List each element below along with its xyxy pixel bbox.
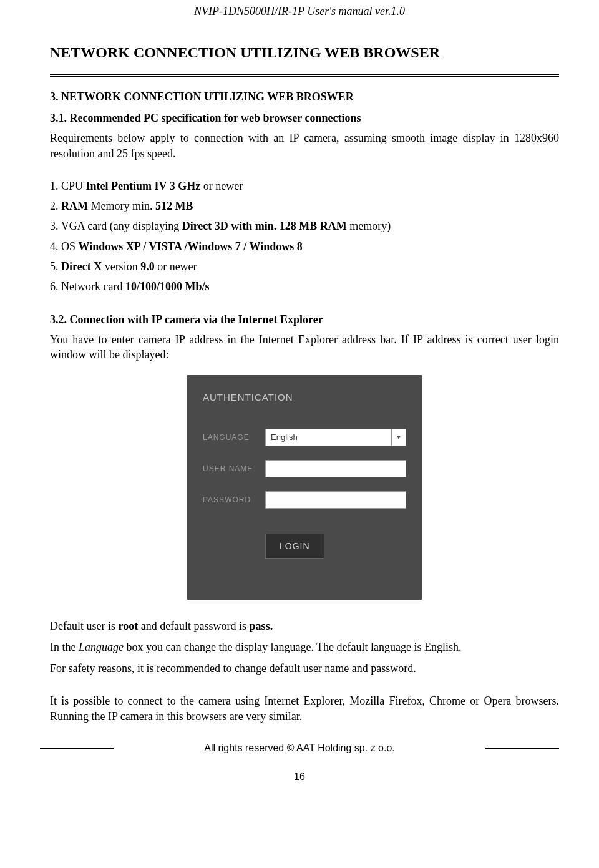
paragraph: For safety reasons, it is recommended to…	[50, 661, 559, 676]
spec-item: 3. VGA card (any displaying Direct 3D wi…	[50, 218, 559, 233]
paragraph: Requirements below apply to connection w…	[50, 130, 559, 161]
text-bold: RAM	[61, 200, 88, 212]
language-row: LANGUAGE English ▼	[203, 429, 406, 446]
text: Memory min.	[88, 200, 155, 212]
text: memory)	[347, 220, 391, 232]
text: 5.	[50, 260, 61, 273]
text-bold: 9.0	[140, 260, 155, 273]
paragraph: Default user is root and default passwor…	[50, 618, 559, 633]
username-label: USER NAME	[203, 464, 265, 474]
text: or newer	[200, 180, 243, 192]
spec-list: 1. CPU Intel Pentium IV 3 GHz or newer 2…	[50, 178, 559, 295]
chevron-down-icon: ▼	[391, 429, 406, 446]
text: In the	[50, 641, 79, 653]
auth-panel: AUTHENTICATION LANGUAGE English ▼ USER N…	[187, 375, 422, 600]
footer: All rights reserved © AAT Holding sp. z …	[0, 741, 599, 755]
document-header: NVIP-1DN5000H/IR-1P User's manual ver.1.…	[0, 0, 599, 27]
section-3-heading: 3. NETWORK CONNECTION UTILIZING WEB BROS…	[50, 89, 559, 104]
text: 6. Network card	[50, 280, 125, 293]
text: version	[102, 260, 140, 273]
text-bold: 512 MB	[155, 200, 193, 212]
language-value: English	[265, 429, 391, 446]
password-label: PASSWORD	[203, 495, 265, 505]
text-bold: root	[118, 620, 138, 632]
text-italic: Language	[79, 641, 124, 653]
text: and default password is	[138, 620, 249, 632]
username-row: USER NAME	[203, 460, 406, 477]
footer-text: All rights reserved © AAT Holding sp. z …	[153, 741, 446, 755]
text: 1. CPU	[50, 180, 86, 192]
text-bold: 10/100/1000 Mb/s	[125, 280, 210, 293]
paragraph: You have to enter camera IP address in t…	[50, 332, 559, 363]
section-3-2-heading: 3.2. Connection with IP camera via the I…	[50, 312, 559, 327]
language-label: LANGUAGE	[203, 432, 265, 442]
text-bold: Intel Pentium IV 3 GHz	[86, 180, 201, 192]
username-input[interactable]	[265, 460, 406, 477]
page-number: 16	[0, 770, 599, 784]
login-button[interactable]: LOGIN	[265, 534, 324, 559]
spec-item: 1. CPU Intel Pentium IV 3 GHz or newer	[50, 178, 559, 193]
paragraph: In the Language box you can change the d…	[50, 640, 559, 655]
language-select[interactable]: English ▼	[265, 429, 406, 446]
text-bold: Windows XP / VISTA /Windows 7 / Windows …	[79, 240, 303, 253]
spec-item: 5. Direct X version 9.0 or newer	[50, 259, 559, 274]
text: box you can change the display language.…	[124, 641, 462, 653]
text: 3. VGA card (any displaying	[50, 220, 182, 232]
text: 2.	[50, 200, 61, 212]
password-row: PASSWORD	[203, 491, 406, 509]
paragraph: It is possible to connect to the camera …	[50, 693, 559, 724]
text: Default user is	[50, 620, 118, 632]
text: 4. OS	[50, 240, 79, 253]
footer-rule	[40, 748, 114, 749]
footer-rule	[485, 748, 559, 749]
section-3-1-heading: 3.1. Recommended PC specification for we…	[50, 110, 559, 125]
password-input[interactable]	[265, 491, 406, 509]
spec-item: 4. OS Windows XP / VISTA /Windows 7 / Wi…	[50, 239, 559, 254]
text-bold: pass.	[250, 620, 273, 632]
text-bold: Direct X	[61, 260, 102, 273]
spec-item: 2. RAM Memory min. 512 MB	[50, 198, 559, 213]
page-title: NETWORK CONNECTION UTILIZING WEB BROWSER	[50, 42, 559, 62]
text-bold: Direct 3D with min. 128 MB RAM	[182, 220, 347, 232]
auth-title: AUTHENTICATION	[203, 391, 406, 404]
spec-item: 6. Network card 10/100/1000 Mb/s	[50, 279, 559, 294]
divider	[50, 74, 559, 77]
text: or newer	[155, 260, 197, 273]
